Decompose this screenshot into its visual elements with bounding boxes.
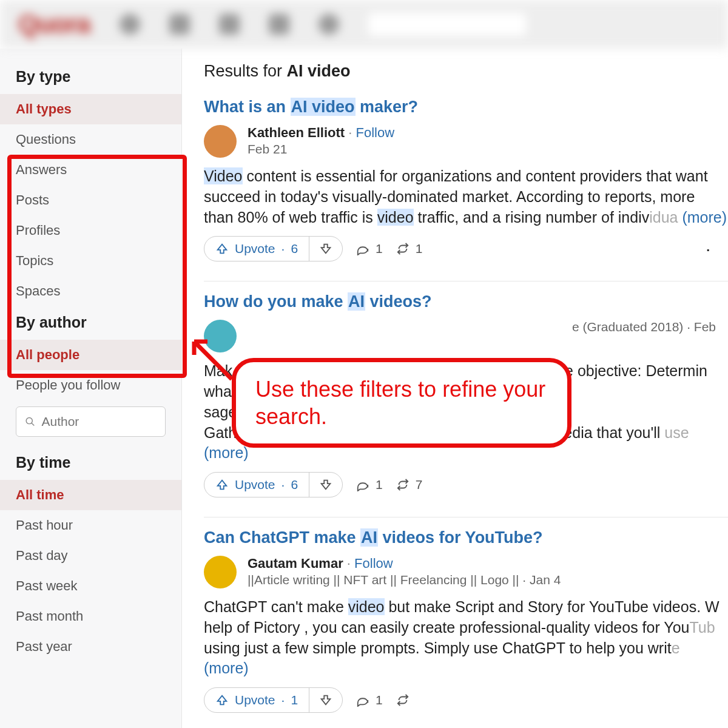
comments-button[interactable]: 1 (356, 241, 383, 256)
comments-button[interactable]: 1 (356, 477, 383, 492)
share-button[interactable] (396, 693, 410, 707)
top-nav: Quora (0, 0, 728, 49)
filter-type-all[interactable]: All types (0, 94, 181, 124)
downvote-icon (319, 242, 332, 255)
filter-time-hour[interactable]: Past hour (0, 510, 181, 541)
share-icon (396, 478, 410, 491)
filter-author-following[interactable]: People you follow (0, 370, 181, 400)
divider (204, 517, 728, 517)
upvote-icon (215, 242, 229, 255)
share-icon (396, 693, 410, 707)
filter-heading-time: By time (0, 447, 181, 480)
brand-logo: Quora (18, 10, 90, 39)
spaces-icon (269, 14, 289, 35)
comment-count: 1 (376, 693, 383, 707)
answer-snippet: ChatGPT can't make video but make Script… (204, 597, 728, 679)
filter-type-spaces[interactable]: Spaces (0, 276, 181, 306)
svg-point-0 (26, 417, 32, 423)
filter-time-day[interactable]: Past day (0, 541, 181, 571)
vote-pill: Upvote · 6 (204, 236, 343, 261)
follow-link[interactable]: Follow (356, 125, 394, 140)
filter-time-all[interactable]: All time (0, 480, 181, 510)
author-link[interactable]: Kathleen Elliott (248, 125, 345, 140)
filter-time-year[interactable]: Past year (0, 632, 181, 662)
filter-time-month[interactable]: Past month (0, 601, 181, 632)
following-icon (169, 14, 190, 35)
avatar[interactable] (204, 320, 237, 352)
comment-icon (356, 242, 369, 255)
upvote-icon (215, 693, 229, 707)
upvote-icon (215, 478, 229, 491)
search-result: How do you make AI videos? . e (Graduate… (204, 292, 728, 497)
filter-type-topics[interactable]: Topics (0, 246, 181, 276)
share-icon (396, 242, 410, 255)
filter-type-posts[interactable]: Posts (0, 185, 181, 215)
answer-snippet: Video content is essential for organizat… (204, 166, 728, 228)
divider (204, 281, 728, 281)
answer-icon (219, 14, 240, 35)
share-count: 7 (416, 477, 423, 492)
search-result: What is an AI video maker? Kathleen Elli… (204, 98, 728, 261)
notifications-icon (318, 14, 339, 35)
filter-heading-author: By author (0, 306, 181, 340)
svg-line-1 (32, 423, 34, 425)
vote-pill: Upvote · 1 (204, 687, 343, 713)
more-link[interactable]: (more) (204, 444, 249, 461)
follow-link[interactable]: Follow (354, 556, 393, 571)
post-date: Feb 21 (248, 142, 394, 157)
search-icon (25, 416, 35, 428)
search-result: Can ChatGPT make AI videos for YouTube? … (204, 528, 728, 713)
share-count: 1 (416, 241, 423, 256)
author-search-input[interactable] (41, 414, 157, 429)
more-menu[interactable]: · (706, 240, 710, 257)
upvote-count: 1 (291, 693, 298, 707)
result-title-link[interactable]: How do you make AI videos? (204, 292, 728, 311)
result-title-link[interactable]: What is an AI video maker? (204, 98, 728, 116)
results-panel: Results for AI video What is an AI video… (182, 49, 728, 728)
upvote-button[interactable]: Upvote · 6 (204, 237, 309, 261)
comments-button[interactable]: 1 (356, 693, 383, 707)
results-prefix: Results for (204, 62, 287, 80)
answer-snippet: Mak the objective: Determin wha sage you… (204, 361, 728, 463)
home-icon (120, 14, 140, 35)
separator-dot: · (348, 125, 356, 140)
comment-icon (356, 693, 369, 707)
more-link[interactable]: (more) (204, 659, 249, 676)
filter-sidebar: By type All types Questions Answers Post… (0, 49, 182, 728)
filter-author-all[interactable]: All people (0, 340, 181, 370)
upvote-button[interactable]: Upvote · 1 (204, 688, 309, 712)
comment-icon (356, 478, 369, 491)
comment-count: 1 (376, 477, 383, 492)
filter-type-answers[interactable]: Answers (0, 155, 181, 185)
upvote-count: 6 (291, 477, 298, 492)
filter-type-profiles[interactable]: Profiles (0, 215, 181, 246)
share-button[interactable]: 7 (396, 477, 423, 492)
result-title-link[interactable]: Can ChatGPT make AI videos for YouTube? (204, 528, 728, 547)
downvote-icon (319, 478, 332, 491)
upvote-button[interactable]: Upvote · 6 (204, 473, 309, 497)
results-heading: Results for AI video (204, 62, 728, 81)
separator-dot: · (347, 556, 354, 571)
downvote-icon (319, 693, 332, 707)
global-search (368, 13, 526, 36)
avatar[interactable] (204, 556, 237, 588)
author-credential: e (Graduated 2018) · Feb (572, 320, 716, 334)
author-link[interactable]: Gautam Kumar (248, 556, 343, 571)
filter-type-questions[interactable]: Questions (0, 124, 181, 155)
results-query: AI video (287, 62, 351, 80)
downvote-button[interactable] (309, 473, 342, 496)
downvote-button[interactable] (309, 237, 342, 260)
filter-time-week[interactable]: Past week (0, 571, 181, 601)
upvote-count: 6 (291, 241, 298, 256)
share-button[interactable]: 1 (396, 241, 423, 256)
more-link[interactable]: (more) (682, 209, 727, 226)
author-credential: ||Article writing || NFT art || Freelanc… (248, 573, 561, 587)
avatar[interactable] (204, 125, 237, 158)
filter-heading-type: By type (0, 61, 181, 94)
comment-count: 1 (376, 241, 383, 256)
vote-pill: Upvote · 6 (204, 472, 343, 497)
author-search-box[interactable] (16, 406, 166, 437)
downvote-button[interactable] (309, 689, 342, 712)
